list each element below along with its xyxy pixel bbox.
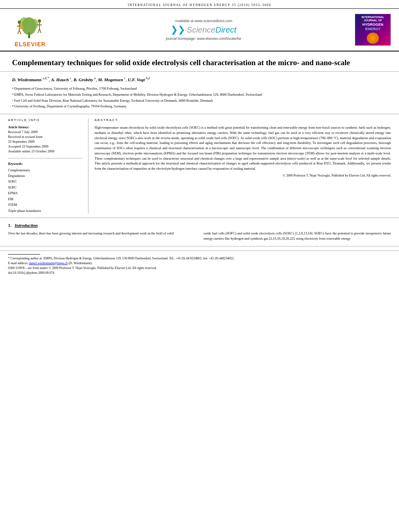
keyword-1: Degradation: [8, 173, 82, 179]
author-mogensen: M. Mogensen: [98, 77, 123, 82]
affiliation-b: b EMPA, Swiss Federal Laboratories for M…: [12, 92, 387, 97]
left-col-article-info: Article Info Article history: Received 7…: [8, 118, 88, 214]
center-banner: Available at www.sciencedirect.com ❯❯ Sc…: [52, 19, 355, 41]
keyword-5: FIB: [8, 196, 82, 202]
sd-arrow-icon: ❯❯: [171, 25, 185, 35]
keyword-4: EPMA: [8, 190, 82, 196]
author-wiedenmann: D. Wiedenmann: [12, 77, 41, 82]
keyword-7: Triple-phase boundaries: [8, 208, 82, 214]
section-title: 1. Introduction: [8, 223, 391, 228]
direct-text: Direct: [215, 25, 236, 34]
intro-col1-text: Over the last decades, there has been gr…: [8, 231, 195, 236]
author-hauch: A. Hauch: [51, 77, 69, 82]
aff-text-a: Department of Geosciences, University of…: [14, 86, 137, 91]
aff-key-b: b: [12, 92, 14, 97]
journal-cover-energy: ENERGY: [365, 27, 380, 31]
aff-key-d: d: [12, 104, 14, 109]
online-value: Available online 25 October 2009: [8, 149, 82, 154]
svg-line-9: [19, 30, 21, 34]
aff-key-a: a: [12, 86, 14, 91]
science-text: Science: [187, 25, 215, 34]
author-vogt: U.F. Vogt: [128, 77, 145, 82]
info-divider: [8, 158, 82, 158]
section-number: 1.: [8, 223, 11, 228]
authors-line: D. Wiedenmann a,b,*, A. Hauch c, B. Grob…: [12, 76, 387, 84]
intro-two-col: Over the last decades, there has been gr…: [8, 231, 391, 241]
abstract-copyright: © 2009 Professor T. Nejat Veziroglu. Pub…: [95, 174, 391, 177]
elsevier-brand-text: ELSEVIER: [14, 41, 45, 47]
aff-super-bd: b,d: [146, 76, 150, 80]
aff-super-ab: a,b,*: [43, 76, 49, 80]
footnote-divider: [8, 254, 40, 255]
journal-header: International Journal of Hydrogen Energy…: [0, 0, 399, 9]
aff-text-d: University of Freiburg, Department of Cr…: [14, 104, 127, 109]
footnote-email: E-mail address: daniel.wiedenmann@empa.c…: [8, 261, 391, 266]
revised-label: Received in revised form: [8, 135, 82, 140]
keyword-0: Complementary: [8, 167, 82, 173]
svg-point-5: [18, 21, 21, 24]
footnote-doi: doi:10.1016/j.ijhydene.2009.09.074: [8, 271, 391, 275]
footnote-issn: 0360-3199/$ – see front matter © 2009 Pr…: [8, 266, 391, 271]
journal-cover-title: International Journal of: [357, 16, 389, 23]
svg-rect-15: [20, 25, 23, 29]
keyword-3: SOFC: [8, 185, 82, 190]
svg-point-4: [30, 19, 38, 29]
svg-line-14: [39, 29, 41, 33]
article-history: Article history: Received 7 July 2009 Re…: [8, 125, 82, 154]
authors-section: D. Wiedenmann a,b,*, A. Hauch c, B. Grob…: [0, 72, 399, 114]
svg-line-13: [38, 29, 39, 33]
affiliation-a: a Department of Geosciences, University …: [12, 86, 387, 91]
affiliation-d: d University of Freiburg, Department of …: [12, 104, 387, 109]
sciencedirect-logo: ❯❯ ScienceDirect: [52, 25, 355, 35]
keywords-label: Keywords:: [8, 162, 82, 166]
aff-key-c: c: [12, 98, 13, 103]
right-col-abstract: Abstract High-temperature steam electrol…: [88, 118, 391, 214]
abstract-text: High-temperature steam electrolysis by s…: [95, 125, 391, 171]
available-text: Available at www.sciencedirect.com: [52, 19, 355, 23]
intro-col2-text: oxide fuel cells (SOFC) and solid oxide …: [204, 231, 391, 241]
aff-super-a: a: [94, 76, 96, 80]
aff-super-c2: c: [124, 76, 125, 80]
page-wrapper: International Journal of Hydrogen Energy…: [0, 0, 399, 279]
aff-text-b: EMPA, Swiss Federal Laboratories for Mat…: [14, 92, 262, 97]
journal-cover-hydrogen: HYDROGEN: [362, 23, 383, 27]
elsevier-logo: ELSEVIER: [8, 12, 52, 47]
journal-cover: International Journal of HYDROGEN ENERGY: [355, 14, 391, 46]
author-grobety: B. Grobéty: [74, 77, 93, 82]
svg-point-10: [38, 19, 41, 23]
keywords-section: Keywords: Complementary Degradation SOEC…: [8, 162, 82, 214]
abstract-header: Abstract: [95, 118, 391, 122]
footer-section: * Corresponding author at: EMPA, Divisio…: [0, 251, 399, 279]
article-title-section: Complementary techniques for solid oxide…: [0, 51, 399, 72]
banner-area: ELSEVIER Available at www.sciencedirect.…: [0, 9, 399, 51]
article-title: Complementary techniques for solid oxide…: [12, 58, 387, 68]
affiliations: a Department of Geosciences, University …: [12, 86, 387, 109]
article-info-header: Article Info: [8, 118, 82, 122]
accepted-value: Accepted 23 September 2009: [8, 144, 82, 149]
section-title-text: Introduction: [15, 223, 38, 228]
journal-homepage-text: journal homepage: www.elsevier.com/locat…: [52, 37, 355, 41]
intro-col-2: oxide fuel cells (SOFC) and solid oxide …: [204, 231, 391, 241]
introduction-section: 1. Introduction Over the last decades, t…: [0, 218, 399, 246]
svg-line-8: [18, 30, 19, 34]
journal-header-text: International Journal of Hydrogen Energy…: [128, 3, 271, 7]
keyword-2: SOEC: [8, 179, 82, 184]
received-value: Received 7 July 2009: [8, 130, 82, 135]
sd-logo-text: ScienceDirect: [187, 25, 236, 35]
intro-col-1: Over the last decades, there has been gr…: [8, 231, 195, 241]
article-info-abstract-section: Article Info Article history: Received 7…: [0, 114, 399, 218]
affiliation-c: c Fuel Cell and Solid State Division, Ri…: [12, 98, 387, 103]
aff-super-c1: c: [70, 76, 71, 80]
footnote-email-link[interactable]: daniel.wiedenmann@empa.ch: [29, 261, 68, 265]
cover-circle-graphic: [367, 33, 379, 44]
footnote-corresponding: * Corresponding author at: EMPA, Divisio…: [8, 256, 391, 261]
revised-value: 23 September 2009: [8, 140, 82, 144]
aff-text-c: Fuel Cell and Solid State Division, Risø…: [14, 98, 213, 103]
history-label: Article history:: [8, 125, 82, 129]
keyword-6: STEM: [8, 202, 82, 207]
elsevier-tree-icon: [12, 12, 48, 40]
